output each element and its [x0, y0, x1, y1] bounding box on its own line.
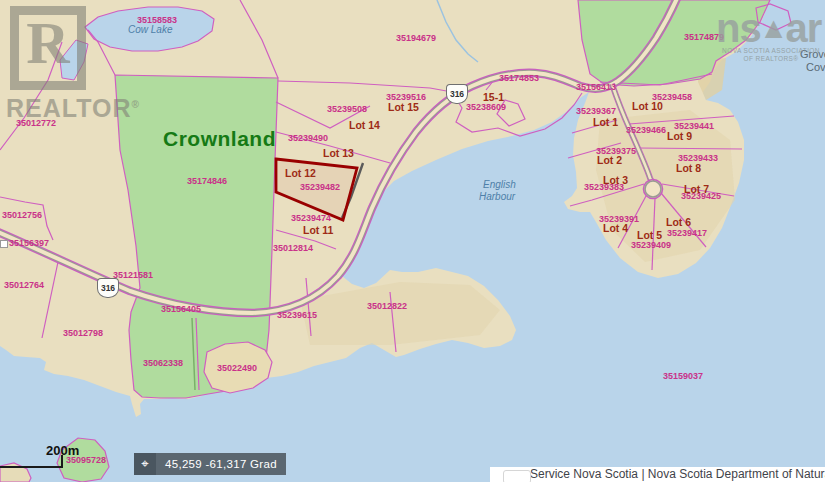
- parcel-id-label: 35194679: [396, 34, 436, 43]
- parcel-id-label: 35239482: [300, 183, 340, 192]
- parcel-id-label: 35239417: [667, 229, 707, 238]
- parcel-id-label: 35156413: [576, 83, 616, 92]
- scale-tick: [61, 455, 63, 468]
- lot-label: Lot 3: [603, 175, 628, 186]
- nsar-roof-icon: ▲: [759, 13, 788, 43]
- parcel-id-label: 35239474: [291, 214, 331, 223]
- parcel-id-label: 35012756: [2, 211, 42, 220]
- parcel-id-label: 35156405: [161, 305, 201, 314]
- nsar-logo: ns▲ar NOVA SCOTIA ASSOCIATION OF REALTOR…: [716, 10, 825, 64]
- parcel-id-label: 35174853: [499, 74, 539, 83]
- realtor-r-box: R: [10, 6, 86, 90]
- coordinate-readout: ⌖ 45,259 -61,317 Grad: [134, 453, 286, 475]
- lot-label: Lot 7: [684, 184, 709, 195]
- nsar-subtitle: NOVA SCOTIA ASSOCIATION OF REALTORS®: [716, 47, 825, 64]
- lot-label: Lot 15: [388, 102, 419, 113]
- lot-label: Lot 12: [285, 168, 316, 179]
- route-316-badge: 316: [446, 84, 468, 104]
- parcel-id-label: 35012798: [63, 329, 103, 338]
- parcel-id-label: 35239615: [277, 311, 317, 320]
- lot-label: Lot 1: [593, 117, 618, 128]
- parcel-id-label: 35159037: [663, 372, 703, 381]
- parcel-id-label: 35239490: [288, 134, 328, 143]
- parcel-id-label: 35156397: [9, 239, 49, 248]
- parcel-id-label: 35239466: [626, 126, 666, 135]
- scale-line: [0, 466, 63, 468]
- parcel-id-label: 35174846: [187, 177, 227, 186]
- parcel-id-label: 35239409: [631, 241, 671, 250]
- lot-label: Lot 6: [666, 217, 691, 228]
- map-canvas[interactable]: 3515858335012772351946793523951635239508…: [0, 0, 825, 482]
- attribution-logo-box[interactable]: [503, 470, 531, 482]
- parcel-id-label: 35022490: [217, 364, 257, 373]
- parcel-id-label: 35121581: [113, 271, 153, 280]
- route-316-badge: 316: [97, 278, 119, 298]
- lot-label: Lot 14: [349, 120, 380, 131]
- crownland-label: Crownland: [163, 128, 276, 150]
- parcel-id-label: 35012814: [273, 244, 313, 253]
- realtor-logo: R REALTOR®: [6, 6, 140, 123]
- lot-label: Lot 13: [323, 148, 354, 159]
- lot-label: 15-1: [483, 92, 504, 103]
- parcel-id-label: 35239508: [327, 105, 367, 114]
- lot-label: Lot 2: [597, 155, 622, 166]
- lot-label: Lot 5: [637, 230, 662, 241]
- realtor-wordmark: REALTOR®: [6, 94, 140, 123]
- parcel-id-label: 35012822: [367, 302, 407, 311]
- parcel-id-label: 35012764: [4, 281, 44, 290]
- crosshair-icon: ⌖: [134, 453, 156, 475]
- lot-label: Lot 10: [632, 101, 663, 112]
- realtor-r-letter: R: [26, 15, 69, 72]
- attribution-text: Service Nova Scotia | Nova Scotia Depart…: [530, 467, 825, 481]
- lot-label: Lot 8: [676, 163, 701, 174]
- coordinate-value: 45,259 -61,317 Grad: [156, 453, 286, 475]
- place-name-label: Harbour: [479, 192, 515, 203]
- registered-mark: ®: [132, 99, 140, 110]
- marker-square: [0, 240, 8, 248]
- parcel-id-label: 35062338: [143, 359, 183, 368]
- attribution-bar: Service Nova Scotia | Nova Scotia Depart…: [490, 467, 825, 482]
- lot-label: Lot 4: [603, 223, 628, 234]
- lot-label: Lot 11: [303, 225, 333, 236]
- nsar-wordmark: ns▲ar: [716, 10, 825, 46]
- place-name-label: English: [483, 180, 516, 191]
- lot-label: Lot 9: [667, 131, 692, 142]
- parcel-id-label: 35238609: [466, 103, 506, 112]
